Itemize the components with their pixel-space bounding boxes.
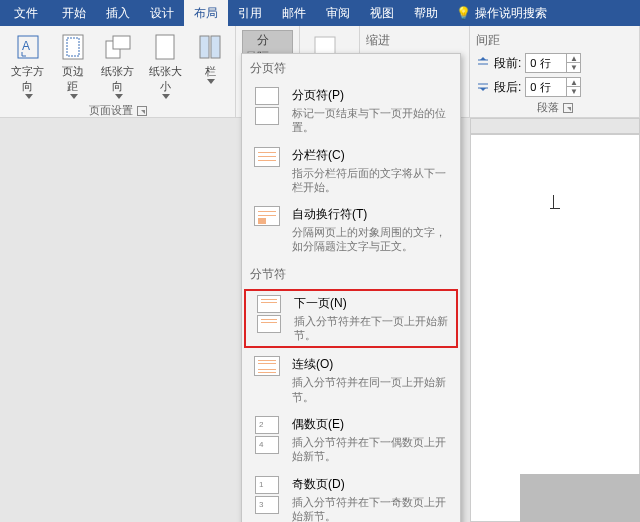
page-break-desc: 标记一页结束与下一页开始的位置。 bbox=[292, 106, 452, 135]
orientation-label: 纸张方向 bbox=[100, 64, 136, 94]
spacing-after-label: 段后: bbox=[494, 79, 521, 96]
columns-button[interactable]: 栏 bbox=[191, 30, 229, 86]
breaks-button[interactable]: 分隔符 分页符 分页符(P) 标记一页结束与下一页开始的位置。 bbox=[242, 30, 293, 85]
menu-item-even-page[interactable]: 2 4 偶数页(E) 插入分节符并在下一偶数页上开始新节。 bbox=[242, 410, 460, 470]
columns-label: 栏 bbox=[205, 64, 216, 79]
document-page[interactable] bbox=[470, 134, 640, 522]
next-page-icon bbox=[252, 295, 286, 343]
svg-rect-7 bbox=[200, 36, 209, 58]
svg-rect-8 bbox=[211, 36, 220, 58]
menu-item-page-break[interactable]: 分页符(P) 标记一页结束与下一页开始的位置。 bbox=[242, 81, 460, 141]
tell-me[interactable]: 💡 操作说明搜索 bbox=[448, 0, 555, 26]
size-icon bbox=[150, 32, 180, 62]
spacing-before-input[interactable]: ▲▼ bbox=[525, 53, 581, 73]
margins-icon bbox=[58, 32, 88, 62]
lightbulb-icon: 💡 bbox=[456, 6, 471, 20]
group-breaks: 分隔符 分页符 分页符(P) 标记一页结束与下一页开始的位置。 bbox=[236, 26, 300, 117]
orientation-button[interactable]: 纸张方向 bbox=[96, 30, 140, 101]
odd-page-desc: 插入分节符并在下一奇数页上开始新节。 bbox=[292, 495, 452, 522]
page-break-icon bbox=[250, 87, 284, 135]
size-button[interactable]: 纸张大小 bbox=[143, 30, 187, 101]
columns-icon bbox=[195, 32, 225, 62]
svg-rect-5 bbox=[113, 36, 130, 49]
spacing-before-label: 段前: bbox=[494, 55, 521, 72]
tab-design[interactable]: 设计 bbox=[140, 0, 184, 26]
page-shadow bbox=[520, 474, 640, 522]
tab-view[interactable]: 视图 bbox=[360, 0, 404, 26]
text-wrap-desc: 分隔网页上的对象周围的文字，如分隔题注文字与正文。 bbox=[292, 225, 452, 254]
spacing-after-input[interactable]: ▲▼ bbox=[525, 77, 581, 97]
text-direction-icon: A bbox=[13, 32, 43, 62]
ribbon-tabs: 文件 开始 插入 设计 布局 引用 邮件 审阅 视图 帮助 💡 操作说明搜索 bbox=[0, 0, 640, 26]
tell-me-label: 操作说明搜索 bbox=[475, 5, 547, 22]
even-page-desc: 插入分节符并在下一偶数页上开始新节。 bbox=[292, 435, 452, 464]
text-wrap-icon bbox=[250, 206, 284, 254]
column-break-title: 分栏符(C) bbox=[292, 147, 452, 164]
spacing-after-value[interactable] bbox=[526, 81, 566, 93]
menu-item-text-wrap[interactable]: 自动换行符(T) 分隔网页上的对象周围的文字，如分隔题注文字与正文。 bbox=[242, 200, 460, 260]
spin-down-icon[interactable]: ▼ bbox=[566, 63, 580, 72]
group-spacing: 间距 段前: ▲▼ 段后: ▲▼ bbox=[470, 26, 640, 117]
tab-insert[interactable]: 插入 bbox=[96, 0, 140, 26]
menu-item-continuous[interactable]: 连续(O) 插入分节符并在同一页上开始新节。 bbox=[242, 350, 460, 410]
continuous-title: 连续(O) bbox=[292, 356, 452, 373]
next-page-desc: 插入分节符并在下一页上开始新节。 bbox=[294, 314, 450, 343]
page-setup-group-label: 页面设置 bbox=[89, 103, 133, 118]
breaks-menu: 分页符 分页符(P) 标记一页结束与下一页开始的位置。 bbox=[241, 53, 461, 522]
margins-label: 页边距 bbox=[58, 64, 88, 94]
text-cursor bbox=[550, 195, 560, 209]
svg-rect-6 bbox=[156, 35, 174, 59]
continuous-desc: 插入分节符并在同一页上开始新节。 bbox=[292, 375, 452, 404]
chevron-down-icon bbox=[25, 94, 33, 99]
ruler bbox=[470, 118, 640, 134]
menu-item-next-page[interactable]: 下一页(N) 插入分节符并在下一页上开始新节。 bbox=[244, 289, 458, 349]
menu-section-section-breaks: 分节符 bbox=[242, 260, 460, 287]
orientation-icon bbox=[103, 32, 133, 62]
continuous-icon bbox=[250, 356, 284, 404]
column-break-desc: 指示分栏符后面的文字将从下一栏开始。 bbox=[292, 166, 452, 195]
tab-references[interactable]: 引用 bbox=[228, 0, 272, 26]
chevron-down-icon bbox=[115, 94, 123, 99]
tab-review[interactable]: 审阅 bbox=[316, 0, 360, 26]
odd-page-icon: 1 3 bbox=[250, 476, 284, 522]
spacing-before-value[interactable] bbox=[526, 57, 566, 69]
chevron-down-icon bbox=[162, 94, 170, 99]
paragraph-group-label: 段落 bbox=[537, 100, 559, 115]
menu-item-column-break[interactable]: 分栏符(C) 指示分栏符后面的文字将从下一栏开始。 bbox=[242, 141, 460, 201]
menu-item-odd-page[interactable]: 1 3 奇数页(D) 插入分节符并在下一奇数页上开始新节。 bbox=[242, 470, 460, 522]
spacing-after-icon bbox=[476, 80, 490, 95]
next-page-title: 下一页(N) bbox=[294, 295, 450, 312]
dialog-launcher-icon[interactable] bbox=[563, 103, 573, 113]
spin-up-icon[interactable]: ▲ bbox=[566, 54, 580, 63]
chevron-down-icon bbox=[207, 79, 215, 84]
tab-home[interactable]: 开始 bbox=[52, 0, 96, 26]
even-page-title: 偶数页(E) bbox=[292, 416, 452, 433]
tab-mailings[interactable]: 邮件 bbox=[272, 0, 316, 26]
text-direction-label: 文字方向 bbox=[10, 64, 46, 94]
ribbon: A 文字方向 页边距 纸张方向 bbox=[0, 26, 640, 118]
column-break-icon bbox=[250, 147, 284, 195]
spacing-before-icon bbox=[476, 56, 490, 71]
chevron-down-icon bbox=[70, 94, 78, 99]
dialog-launcher-icon[interactable] bbox=[137, 106, 147, 116]
odd-page-title: 奇数页(D) bbox=[292, 476, 452, 493]
text-direction-button[interactable]: A 文字方向 bbox=[6, 30, 50, 101]
spin-up-icon[interactable]: ▲ bbox=[566, 78, 580, 87]
page-break-title: 分页符(P) bbox=[292, 87, 452, 104]
menu-section-page-breaks: 分页符 bbox=[242, 54, 460, 81]
tab-layout[interactable]: 布局 bbox=[184, 0, 228, 26]
spacing-label: 间距 bbox=[476, 32, 500, 49]
group-page-setup: A 文字方向 页边距 纸张方向 bbox=[0, 26, 236, 117]
text-wrap-title: 自动换行符(T) bbox=[292, 206, 452, 223]
size-label: 纸张大小 bbox=[147, 64, 183, 94]
even-page-icon: 2 4 bbox=[250, 416, 284, 464]
margins-button[interactable]: 页边距 bbox=[54, 30, 92, 101]
indent-label: 缩进 bbox=[366, 32, 390, 49]
tab-help[interactable]: 帮助 bbox=[404, 0, 448, 26]
svg-rect-2 bbox=[63, 35, 83, 59]
tab-file[interactable]: 文件 bbox=[0, 0, 52, 26]
spin-down-icon[interactable]: ▼ bbox=[566, 87, 580, 96]
svg-text:A: A bbox=[22, 39, 30, 53]
